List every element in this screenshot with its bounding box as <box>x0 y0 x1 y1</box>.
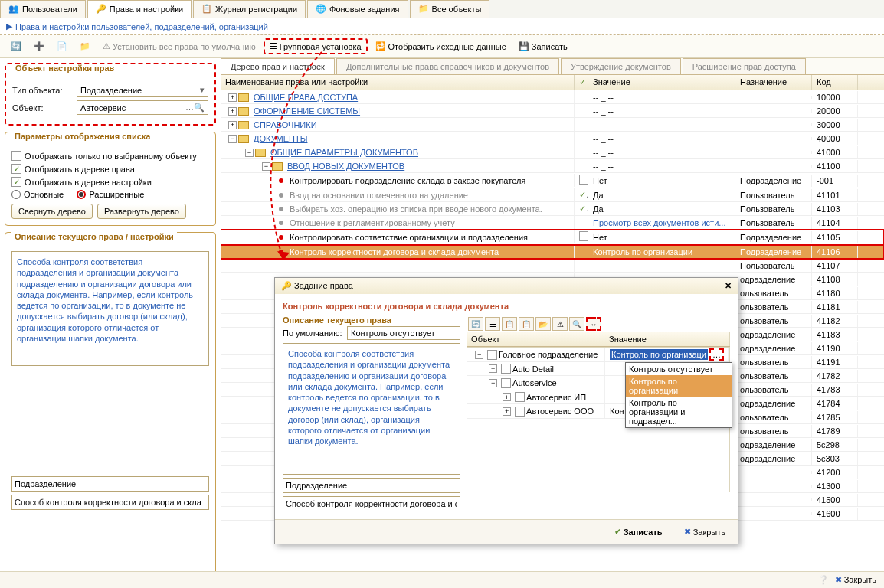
help-icon[interactable]: ❔ <box>818 575 829 585</box>
expander-icon[interactable]: − <box>262 162 270 171</box>
breadcrumb-text: Права и настройки пользователей, подразд… <box>15 22 268 31</box>
table-row[interactable]: +ОБЩИЕ ПРАВА ДОСТУПА-- _ --10000 <box>221 90 884 104</box>
col-hdr-name[interactable]: Наименование права или настройки <box>221 75 575 90</box>
all-icon: 📁 <box>418 4 429 15</box>
value-dropdown[interactable]: Контроль отсутствуетКонтроль по организа… <box>625 362 732 428</box>
dropdown-item[interactable]: Контроль отсутствует <box>626 363 732 375</box>
expander-icon[interactable]: + <box>228 93 237 102</box>
desc-input1[interactable] <box>11 476 209 492</box>
col-hdr-naz[interactable]: Назначение <box>735 75 812 90</box>
object-label: Объект: <box>12 103 74 113</box>
type-label: Тип объекта: <box>12 86 74 95</box>
expand-tree-button[interactable]: Развернуть дерево <box>97 204 186 219</box>
table-row[interactable]: Отношение к регламентированному учетуПро… <box>221 216 884 230</box>
tb-2[interactable]: ☰ <box>485 317 500 331</box>
inner-tab-tree[interactable]: Дерево прав и настроек <box>221 58 335 74</box>
object-combo[interactable]: Автосервис…🔍 <box>77 100 208 115</box>
add-button[interactable]: ➕ <box>29 40 49 53</box>
inner-tab-extra[interactable]: Дополнительные права справочников и доку… <box>336 58 559 74</box>
tb-7[interactable]: 🔍 <box>569 317 584 331</box>
tb-3[interactable]: 📋 <box>502 317 517 331</box>
tb-4[interactable]: 📋 <box>519 317 534 331</box>
expander-icon[interactable]: − <box>228 135 237 143</box>
copy-icon: 📄 <box>57 41 67 51</box>
tab-users[interactable]: 👥Пользователи <box>0 0 86 18</box>
tb-1[interactable]: 🔄 <box>468 317 483 331</box>
refresh2-icon: 🔁 <box>375 41 386 51</box>
footer-close-button[interactable]: ✖ Закрыть <box>835 575 876 585</box>
object-settings-title: Объект настройки прав <box>12 64 117 73</box>
tb-8[interactable]: ↔ <box>586 317 601 331</box>
table-row[interactable]: +СПРАВОЧНИКИ-- _ --30000 <box>221 118 884 132</box>
expander-icon[interactable]: + <box>228 121 237 129</box>
table-row[interactable]: Контролировать соответствие организации … <box>221 230 884 245</box>
display-params-box: Параметры отображения списка Отображать … <box>5 132 216 226</box>
folder-icon <box>238 93 249 102</box>
dropdown-item[interactable]: Контроль по организации и подраздел... <box>626 397 732 427</box>
popup-inp2[interactable] <box>283 496 460 511</box>
description-box: Описание текущего права / настройки Спос… <box>5 232 216 574</box>
ellipsis-icon[interactable]: …🔍 <box>185 103 205 113</box>
popup-default-combo[interactable]: Контроль отсутствует <box>347 326 460 340</box>
copy-button[interactable]: 📄 <box>52 40 72 53</box>
popup-default-label: По умолчанию: <box>283 328 344 338</box>
description-title: Описание текущего права / настройки <box>11 232 177 241</box>
refresh-button[interactable]: 🔄 <box>6 40 26 53</box>
show-source-button[interactable]: 🔁Отобразить исходные данные <box>371 40 511 53</box>
table-row[interactable]: Контролировать подразделение склада в за… <box>221 173 884 188</box>
tab-all[interactable]: 📁Все объекты <box>410 0 490 18</box>
chk-selected-only[interactable] <box>11 151 21 161</box>
table-row[interactable]: −ВВОД НОВЫХ ДОКУМЕНТОВ-- _ --41100 <box>221 159 884 173</box>
tab-rights[interactable]: 🔑Права и настройки <box>87 0 192 18</box>
desc-input2[interactable] <box>11 495 209 510</box>
tb-5[interactable]: 📂 <box>535 317 551 331</box>
folder-icon: 📁 <box>80 41 90 51</box>
table-row[interactable]: −ДОКУМЕНТЫ-- _ --40000 <box>221 132 884 145</box>
table-row[interactable]: Контроль корректности договора и склада … <box>221 245 884 259</box>
chk-tree-settings[interactable] <box>11 177 21 187</box>
col-hdr-val[interactable]: Значение <box>588 75 735 90</box>
popup-save-button[interactable]: ✔ Записать <box>607 524 670 539</box>
inner-tab-approval[interactable]: Утверждение документов <box>561 58 681 74</box>
col-hdr-code[interactable]: Код <box>812 75 858 90</box>
tab-log[interactable]: 📋Журнал регистрации <box>193 0 306 18</box>
table-row[interactable]: −ОБЩИЕ ПАРАМЕТРЫ ДОКУМЕНТОВ-- _ --41000 <box>221 145 884 159</box>
collapse-tree-button[interactable]: Свернуть дерево <box>11 204 93 219</box>
popup-sub: Описание текущего права <box>283 315 460 325</box>
tab-bg[interactable]: 🌐Фоновые задания <box>307 0 408 18</box>
description-text: Способа контроля соответствия подразделе… <box>11 251 209 366</box>
dropdown-item[interactable]: Контроль по организации <box>626 375 732 397</box>
inner-tab-access[interactable]: Расширение прав доступа <box>683 58 806 74</box>
grid-header: Наименование права или настройки ✓ Значе… <box>221 75 884 90</box>
main-toolbar: 🔄 ➕ 📄 📁 ⚠Установить все права по умолчан… <box>0 35 884 58</box>
group-install-button[interactable]: ☰Групповая установка <box>264 38 368 54</box>
popup-close-button[interactable]: ✖ Закрыть <box>676 524 733 539</box>
popup-inp1[interactable] <box>283 478 460 493</box>
table-row[interactable]: +ОФОРМЛЕНИЕ СИСТЕМЫ-- _ --20000 <box>221 104 884 118</box>
chk-tree-rights[interactable] <box>11 164 21 174</box>
chk2-label: Отображать в дереве права <box>25 165 135 174</box>
expander-icon[interactable]: − <box>245 149 254 157</box>
table-row[interactable]: Ввод на основании помеченного на удалени… <box>221 188 884 202</box>
save-button[interactable]: 💾Записать <box>514 40 572 53</box>
globe-icon: 🌐 <box>316 4 326 15</box>
tree-item[interactable]: − Головное подразделениеКонтроль по орга… <box>467 348 729 362</box>
expander-icon[interactable]: + <box>228 107 237 116</box>
folder-button[interactable]: 📁 <box>75 40 95 53</box>
breadcrumb: ▶ Права и настройки пользователей, подра… <box>0 18 884 35</box>
chevron-down-icon[interactable]: ▾ <box>200 85 205 95</box>
set-defaults-button[interactable]: ⚠Установить все права по умолчанию <box>98 40 260 53</box>
close-icon[interactable]: ✕ <box>725 281 732 291</box>
folder-icon <box>238 107 249 116</box>
table-row[interactable]: Пользователь41107 <box>221 259 884 273</box>
radio1-label: Основные <box>24 190 64 199</box>
table-row[interactable]: Выбирать хоз. операцию из списка при вво… <box>221 202 884 216</box>
users-icon: 👥 <box>8 4 19 15</box>
tb-6[interactable]: ⚠ <box>552 317 568 331</box>
ellipsis-button[interactable]: … <box>709 348 724 361</box>
col-hdr-chk: ✓ <box>575 75 588 90</box>
popup-titlebar[interactable]: 🔑 Задание права ✕ <box>275 278 738 294</box>
radio-extended[interactable] <box>77 190 86 199</box>
type-combo[interactable]: Подразделение▾ <box>77 83 208 97</box>
radio-basic[interactable] <box>11 190 21 199</box>
